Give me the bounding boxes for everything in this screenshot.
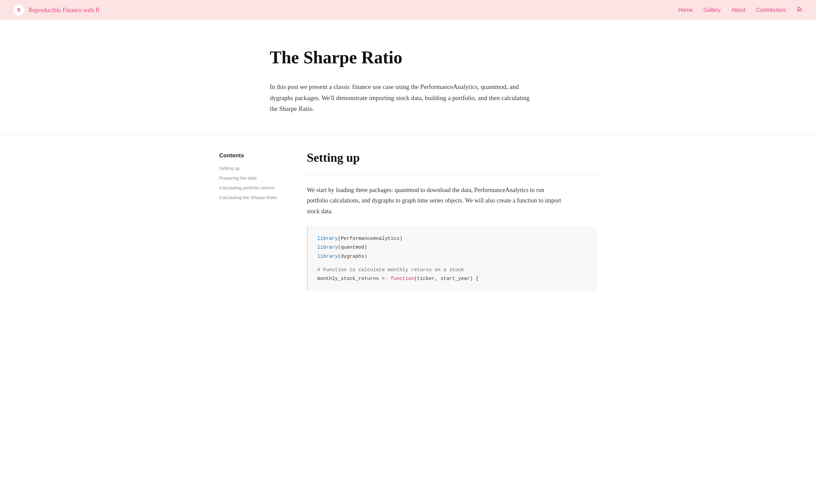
svg-point-0	[797, 10, 798, 11]
sidebar-item-preparing[interactable]: Preparing the data	[219, 175, 287, 182]
article: Setting up We start by loading three pac…	[307, 148, 597, 299]
section-underline	[307, 175, 597, 175]
sidebar-contents-title: Contents	[219, 151, 287, 160]
code-line-1: library(PerformanceAnalytics)	[317, 234, 587, 243]
nav-contributors[interactable]: Contributors	[756, 6, 786, 14]
hero-section: The Sharpe Ratio In this post we present…	[256, 20, 560, 134]
code-empty-1	[317, 261, 587, 266]
sidebar-link-preparing[interactable]: Preparing the data	[219, 175, 287, 182]
code-line-2: library(quantmod)	[317, 243, 587, 252]
hero-description: In this post we present a classic financ…	[270, 82, 533, 114]
code-keyword-library1: library	[317, 236, 338, 241]
code-block-libraries: library(PerformanceAnalytics) library(qu…	[307, 226, 597, 291]
sidebar-item-sharpe-ratio[interactable]: Calculating the Sharpe Ratio	[219, 195, 287, 201]
main-content: Contents Setting up Preparing the data C…	[206, 135, 610, 313]
code-line-assignment: monthly_stock_returns <- function(ticker…	[317, 274, 587, 283]
page-title: The Sharpe Ratio	[270, 47, 546, 68]
sidebar-nav: Setting up Preparing the data Calculatin…	[219, 165, 287, 201]
nav-gallery[interactable]: Gallery	[703, 6, 721, 14]
code-keyword-library2: library	[317, 245, 338, 250]
nav-home[interactable]: Home	[678, 6, 693, 14]
sidebar-item-portfolio-returns[interactable]: Calculating portfolio returns	[219, 185, 287, 191]
navbar-left: R Reproducible Finance with R	[13, 5, 99, 15]
navbar-brand[interactable]: Reproducible Finance with R	[28, 5, 99, 15]
navbar-right: Home Gallery About Contributors	[678, 5, 803, 15]
code-line-3: library(dygraphs)	[317, 252, 587, 261]
sidebar-link-sharpe-ratio[interactable]: Calculating the Sharpe Ratio	[219, 195, 287, 201]
section-text-setting-up: We start by loading three packages: quan…	[307, 185, 563, 217]
section-title-setting-up: Setting up	[307, 148, 597, 168]
sidebar-link-setting-up[interactable]: Setting up	[219, 165, 287, 172]
nav-about[interactable]: About	[731, 6, 746, 14]
navbar: R Reproducible Finance with R Home Galle…	[0, 0, 816, 20]
sidebar-item-setting-up[interactable]: Setting up	[219, 165, 287, 172]
sidebar-link-portfolio-returns[interactable]: Calculating portfolio returns	[219, 185, 287, 191]
logo-text: R	[17, 6, 21, 14]
code-keyword-library3: library	[317, 254, 338, 259]
code-line-comment: # Function to calculate monthly returns …	[317, 265, 587, 274]
rss-icon[interactable]	[796, 5, 803, 15]
rstudio-logo: R	[13, 5, 24, 15]
sidebar: Contents Setting up Preparing the data C…	[219, 148, 287, 299]
section-setting-up: Setting up We start by loading three pac…	[307, 148, 597, 291]
